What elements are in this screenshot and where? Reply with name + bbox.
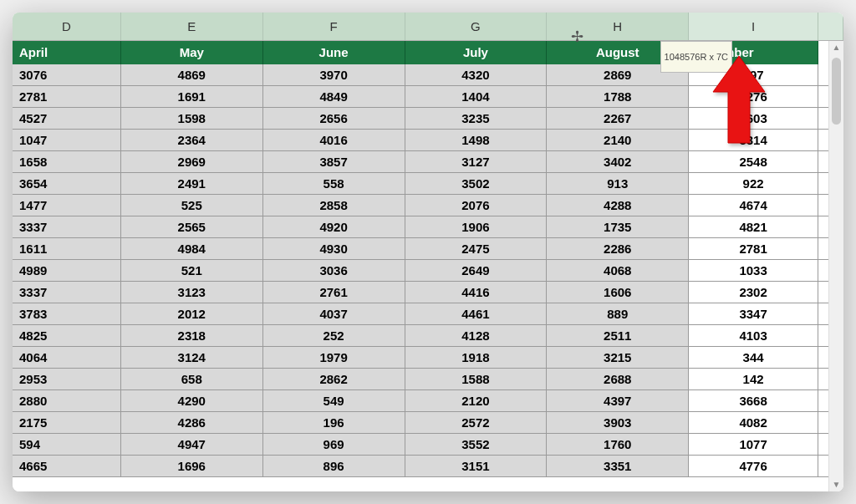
cell[interactable]: 3970 [263,64,405,86]
cell[interactable]: 969 [263,434,405,456]
cell[interactable]: 4947 [121,434,263,456]
cell[interactable]: 3552 [405,434,548,456]
cell[interactable]: 1606 [547,282,689,303]
cell[interactable]: 2302 [689,282,818,303]
cell[interactable]: 3347 [689,303,818,325]
cell[interactable]: 4461 [405,303,548,325]
cell[interactable]: 4989 [13,260,121,282]
cell[interactable]: 2862 [263,369,405,390]
column-header-d[interactable]: D [13,13,121,40]
cell[interactable]: 3076 [13,64,121,86]
cell[interactable]: 2565 [121,216,263,238]
cell[interactable]: 3903 [547,412,689,434]
cell[interactable]: 889 [547,303,689,325]
cell[interactable]: 2953 [13,369,121,390]
cell[interactable]: 4674 [689,195,818,216]
cell[interactable]: 1598 [121,108,263,130]
cell[interactable]: 913 [547,173,689,195]
cell[interactable]: 2548 [689,151,818,173]
cell[interactable]: 196 [263,412,405,434]
cell[interactable]: 2572 [405,412,548,434]
header-april[interactable]: April [13,41,121,64]
cell[interactable]: 3337 [13,282,121,303]
cell[interactable]: 1077 [689,434,818,456]
cell[interactable]: 1906 [405,216,548,238]
cell[interactable]: 2076 [405,195,548,216]
column-header-h[interactable]: H [547,13,689,40]
cell[interactable]: 4037 [263,303,405,325]
cell[interactable]: 2969 [121,151,263,173]
cell[interactable]: 3668 [689,390,818,412]
cell[interactable]: 3124 [121,347,263,369]
cell[interactable]: 2120 [405,390,548,412]
cell[interactable]: 3123 [121,282,263,303]
cell[interactable]: 3337 [13,216,121,238]
cell[interactable]: 4290 [121,390,263,412]
cell[interactable]: 3151 [405,456,548,477]
cell[interactable]: 1918 [405,347,548,369]
cell[interactable]: 3036 [263,260,405,282]
cell[interactable]: 549 [263,390,405,412]
cell[interactable]: 558 [263,173,405,195]
cell[interactable]: 4416 [405,282,548,303]
cell[interactable]: 4288 [547,195,689,216]
cell[interactable]: 4064 [13,347,121,369]
cell[interactable]: 3235 [405,108,548,130]
cell[interactable]: 3783 [13,303,121,325]
cell[interactable]: 4103 [689,325,818,347]
cell[interactable]: 922 [689,173,818,195]
cell[interactable]: 896 [263,456,405,477]
cell[interactable]: 2880 [13,390,121,412]
cell[interactable]: 2012 [121,303,263,325]
header-july[interactable]: July [405,41,548,64]
cell[interactable]: 4082 [689,412,818,434]
cell[interactable]: 3351 [547,456,689,477]
cell[interactable]: 2781 [689,238,818,260]
cell[interactable]: 4068 [547,260,689,282]
cell[interactable]: 4016 [263,130,405,151]
cell[interactable]: 4825 [13,325,121,347]
cell[interactable]: 2781 [13,86,121,108]
cell[interactable]: 2491 [121,173,263,195]
cell[interactable]: 1498 [405,130,548,151]
cell[interactable]: 525 [121,195,263,216]
cell[interactable]: 1735 [547,216,689,238]
cell[interactable]: 1979 [263,347,405,369]
cell[interactable]: 2649 [405,260,548,282]
cell[interactable]: 2656 [263,108,405,130]
cell[interactable]: 1404 [405,86,548,108]
spreadsheet-grid[interactable]: ✢ DEFGHI1048576R x 7C AprilMayJuneJulyAu… [13,13,843,491]
cell[interactable]: 3215 [547,347,689,369]
cell[interactable]: 2286 [547,238,689,260]
cell[interactable]: 2318 [121,325,263,347]
cell[interactable]: 658 [121,369,263,390]
header-june[interactable]: June [263,41,405,64]
cell[interactable]: 1760 [547,434,689,456]
cell[interactable]: 521 [121,260,263,282]
cell[interactable]: 1658 [13,151,121,173]
cell[interactable]: 4920 [263,216,405,238]
cell[interactable]: 2475 [405,238,548,260]
cell[interactable]: 3502 [405,173,548,195]
column-header-i[interactable]: I1048576R x 7C [689,13,818,40]
cell[interactable]: 1788 [547,86,689,108]
cell[interactable]: 1691 [121,86,263,108]
cell[interactable]: 2267 [547,108,689,130]
cell[interactable]: 3402 [547,151,689,173]
cell[interactable]: 3127 [405,151,548,173]
scrollbar-thumb[interactable] [832,58,841,125]
scroll-up-arrow-icon[interactable]: ▲ [829,41,843,54]
vertical-scrollbar[interactable]: ▲ ▼ [828,41,843,491]
cell[interactable]: 252 [263,325,405,347]
cell[interactable]: 142 [689,369,818,390]
cell[interactable]: 2140 [547,130,689,151]
cell[interactable]: 4849 [263,86,405,108]
column-header-g[interactable]: G [405,13,548,40]
cell[interactable]: 1588 [405,369,548,390]
cell[interactable]: 344 [689,347,818,369]
cell[interactable]: 2175 [13,412,121,434]
cell[interactable]: 4527 [13,108,121,130]
cell[interactable]: 1477 [13,195,121,216]
cell[interactable]: 4776 [689,456,818,477]
cell[interactable]: 2688 [547,369,689,390]
